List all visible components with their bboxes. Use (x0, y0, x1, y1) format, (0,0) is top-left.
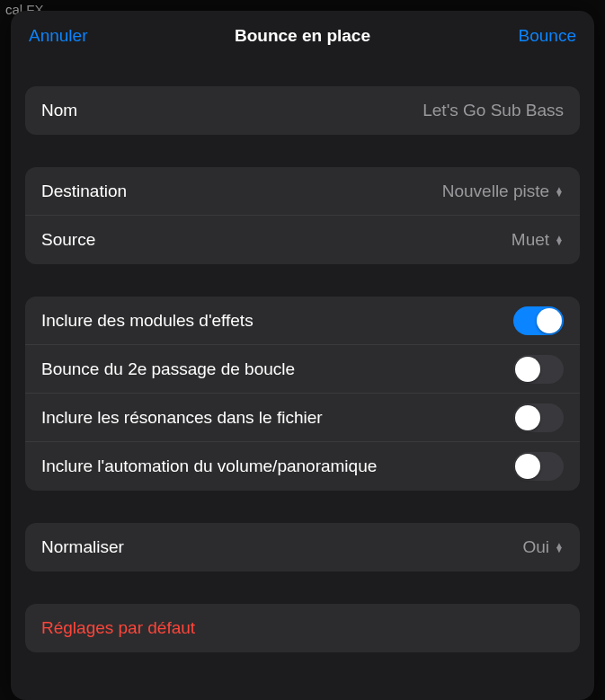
tail-label: Inclure les résonances dans le fichier (41, 408, 323, 428)
name-label: Nom (41, 101, 77, 120)
name-group: Nom Let's Go Sub Bass (25, 86, 580, 135)
routing-group: Destination Nouvelle piste ▲▼ Source Mue… (25, 167, 580, 264)
reset-row[interactable]: Réglages par défaut (25, 604, 580, 652)
effects-toggle[interactable] (513, 306, 564, 335)
effects-row: Inclure des modules d'effets (25, 297, 580, 345)
destination-select[interactable]: Nouvelle piste ▲▼ (442, 182, 564, 201)
bounce-in-place-sheet: Annuler Bounce en place Bounce Nom Let's… (11, 11, 594, 700)
effects-label: Inclure des modules d'effets (41, 311, 254, 331)
normalize-select[interactable]: Oui ▲▼ (523, 537, 564, 557)
chevron-updown-icon: ▲▼ (555, 543, 564, 552)
normalize-value: Oui (523, 537, 550, 557)
reset-label: Réglages par défaut (41, 618, 195, 638)
tail-toggle[interactable] (513, 403, 564, 432)
source-label: Source (41, 230, 95, 250)
navbar: Annuler Bounce en place Bounce (11, 11, 594, 61)
content-scroll: Nom Let's Go Sub Bass Destination Nouvel… (11, 61, 594, 700)
name-value: Let's Go Sub Bass (423, 101, 564, 120)
automation-row: Inclure l'automation du volume/panoramiq… (25, 442, 580, 491)
source-row: Source Muet ▲▼ (25, 216, 580, 264)
second-pass-toggle[interactable] (513, 355, 564, 384)
destination-row: Destination Nouvelle piste ▲▼ (25, 167, 580, 216)
source-select[interactable]: Muet ▲▼ (512, 230, 564, 250)
options-group: Inclure des modules d'effets Bounce du 2… (25, 297, 580, 491)
chevron-updown-icon: ▲▼ (555, 187, 564, 196)
normalize-label: Normaliser (41, 537, 124, 557)
cancel-button[interactable]: Annuler (29, 26, 88, 46)
source-value: Muet (512, 230, 549, 250)
automation-label: Inclure l'automation du volume/panoramiq… (41, 456, 377, 476)
automation-toggle[interactable] (513, 452, 564, 481)
chevron-updown-icon: ▲▼ (555, 235, 564, 244)
reset-group: Réglages par défaut (25, 604, 580, 652)
destination-value: Nouvelle piste (442, 182, 549, 201)
destination-label: Destination (41, 182, 127, 201)
tail-row: Inclure les résonances dans le fichier (25, 394, 580, 442)
second-pass-label: Bounce du 2e passage de boucle (41, 359, 295, 379)
normalize-row: Normaliser Oui ▲▼ (25, 523, 580, 572)
bounce-button[interactable]: Bounce (519, 26, 576, 46)
second-pass-row: Bounce du 2e passage de boucle (25, 345, 580, 394)
normalize-group: Normaliser Oui ▲▼ (25, 523, 580, 572)
name-row[interactable]: Nom Let's Go Sub Bass (25, 86, 580, 135)
sheet-title: Bounce en place (11, 26, 594, 46)
